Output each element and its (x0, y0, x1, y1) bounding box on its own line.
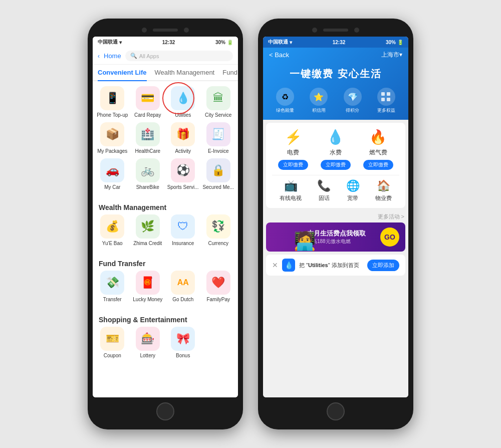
app-yue-bao[interactable]: 💰 Yu'E Bao (96, 214, 129, 247)
my-car-label: My Car (104, 184, 120, 190)
main-services-row: ⚡ 电费 立即缴费 💧 水费 立即缴费 🔥 燃气费 立即缴费 (272, 129, 399, 175)
app-currency[interactable]: 💱 Currency (202, 214, 235, 247)
secured-icon: 🔒 (206, 158, 230, 182)
promo-figure: 🧑‍💻 (294, 231, 316, 252)
app-activity[interactable]: 🎁 Activity (166, 122, 200, 154)
app-sharebike[interactable]: 🚲 ShareBike (131, 158, 165, 190)
time-left: 12:32 (162, 40, 175, 45)
home-button-left[interactable] (156, 402, 174, 420)
secondary-services-row: 📺 有线电视 📞 固话 🌐 宽带 🏠 物业费 (272, 175, 399, 202)
app-lucky-money[interactable]: 🧧 Lucky Money (131, 271, 165, 303)
wealth-grid: 💰 Yu'E Bao 🌿 Zhima Credit 🛡 Insurance 💱 … (96, 214, 235, 247)
app-lottery[interactable]: 🎰 Lottery (131, 327, 165, 359)
transfer-icon: 💸 (100, 271, 124, 295)
app-sports[interactable]: ⚽ Sports Servi... (166, 158, 200, 190)
app-my-packages[interactable]: 📦 My Packages (96, 122, 129, 154)
service-cable-tv[interactable]: 📺 有线电视 (280, 179, 302, 202)
camera-dot-r2 (354, 28, 359, 33)
app-transfer[interactable]: 💸 Transfer (96, 271, 129, 303)
property-fee-label: 物业费 (375, 194, 392, 202)
e-invoice-icon: 🧾 (206, 122, 230, 146)
gas-label: 燃气费 (369, 148, 387, 157)
battery-right: 30% (386, 40, 396, 45)
landline-label: 固话 (319, 194, 330, 202)
back-button[interactable]: < Back (269, 51, 289, 59)
sharebike-icon: 🚲 (136, 158, 160, 182)
status-bar-left: 中国联通 ▾ 12:32 30% 🔋 (93, 37, 238, 48)
card-repay-icon: 💳 (136, 86, 160, 110)
app-bonus[interactable]: 🎀 Bonus (166, 327, 200, 359)
broadband-icon: 🌐 (346, 179, 360, 192)
activity-icon: 🎁 (171, 122, 195, 146)
app-e-invoice[interactable]: 🧾 E-Invoice (202, 122, 235, 154)
more-activities-link[interactable]: 更多活动 > (263, 211, 408, 222)
utilities-icon: 💧 (171, 86, 195, 110)
cable-tv-icon: 📺 (284, 179, 298, 192)
service-landline[interactable]: 📞 固话 (317, 179, 331, 202)
app-zhima[interactable]: 🌿 Zhima Credit (131, 214, 165, 247)
tab-convenient-life[interactable]: Convenient Life (98, 65, 147, 81)
gas-pay-btn[interactable]: 立即缴费 (363, 160, 393, 170)
service-gas[interactable]: 🔥 燃气费 立即缴费 (363, 129, 393, 170)
app-go-dutch[interactable]: AA Go Dutch (166, 271, 200, 303)
search-box[interactable]: 🔍 All Apps (125, 51, 233, 61)
tab-fund[interactable]: Fund (222, 65, 237, 80)
app-secured[interactable]: 🔒 Secured Me... (202, 158, 235, 190)
transfer-label: Transfer (103, 297, 122, 303)
bonus-label: Bonus (176, 353, 190, 359)
insurance-icon: 🛡 (171, 214, 195, 239)
app-utilities[interactable]: 💧 Utilities (166, 86, 200, 118)
landline-icon: 📞 (317, 179, 331, 192)
add-close-btn[interactable]: ✕ (272, 261, 278, 269)
quick-green-energy[interactable]: ♻ 绿色能量 (276, 88, 294, 114)
app-healthcare[interactable]: 🏥 HealthCare (131, 122, 165, 154)
add-home-btn[interactable]: 立即添加 (367, 260, 399, 271)
left-screen: 中国联通 ▾ 12:32 30% 🔋 ‹ Home 🔍 All Apps Con… (93, 37, 238, 397)
app-phone-topup[interactable]: 📱 Phone Top-up (96, 86, 129, 118)
sharebike-label: ShareBike (136, 184, 159, 190)
service-water[interactable]: 💧 水费 立即缴费 (321, 129, 351, 170)
app-coupon[interactable]: 🎫 Coupon (96, 327, 129, 359)
home-link[interactable]: Home (104, 52, 121, 60)
camera-dot-r1 (312, 28, 317, 33)
app-my-car[interactable]: 🚗 My Car (96, 158, 129, 190)
app-card-repay[interactable]: 💳 Card Repay (131, 86, 165, 118)
left-phone-top (93, 28, 238, 33)
app-city-service[interactable]: 🏛 City Service (202, 86, 235, 118)
quick-credit[interactable]: ⭐ 积信用 (310, 88, 328, 114)
promo-banner[interactable]: 🧑‍💻 本月生活费点我领取 最高188元缴水电燃 GO (266, 222, 405, 252)
home-button-right[interactable] (327, 402, 345, 420)
go-dutch-label: Go Dutch (172, 297, 193, 303)
water-icon: 💧 (327, 129, 344, 145)
phone-topup-label: Phone Top-up (97, 112, 128, 118)
speaker-r (323, 29, 348, 32)
quick-more-benefits[interactable]: 更多权益 (377, 88, 395, 114)
service-electricity[interactable]: ⚡ 电费 立即缴费 (278, 129, 308, 170)
right-phone-bottom (263, 402, 408, 420)
tab-wealth-management[interactable]: Wealth Management (155, 65, 215, 80)
speaker (153, 29, 178, 32)
quick-points[interactable]: 💎 得积分 (344, 88, 362, 114)
app-familypay[interactable]: ❤️ FamilyPay (202, 271, 235, 303)
e-invoice-label: E-Invoice (208, 148, 229, 154)
insurance-label: Insurance (172, 241, 194, 247)
city-service-icon: 🏛 (206, 86, 230, 110)
add-app-icon: 💧 (282, 259, 295, 272)
electricity-pay-btn[interactable]: 立即缴费 (278, 160, 308, 170)
service-property-fee[interactable]: 🏠 物业费 (375, 179, 392, 202)
points-icon: 💎 (344, 88, 362, 106)
app-insurance[interactable]: 🛡 Insurance (166, 214, 200, 247)
left-phone: 中国联通 ▾ 12:32 30% 🔋 ‹ Home 🔍 All Apps Con… (88, 19, 243, 429)
promo-go-btn[interactable]: GO (380, 228, 399, 247)
back-chevron-left: ‹ (98, 53, 100, 60)
water-pay-btn[interactable]: 立即缴费 (321, 160, 351, 170)
zhima-label: Zhima Credit (133, 241, 162, 247)
card-repay-label: Card Repay (134, 112, 161, 118)
service-broadband[interactable]: 🌐 宽带 (346, 179, 360, 202)
city-selector[interactable]: 上海市▾ (381, 51, 402, 59)
coupon-label: Coupon (104, 353, 121, 359)
shopping-grid: 🎫 Coupon 🎰 Lottery 🎀 Bonus (96, 327, 235, 359)
lucky-money-label: Lucky Money (133, 297, 162, 303)
search-placeholder: All Apps (139, 53, 159, 59)
nav-bar-left: ‹ Home 🔍 All Apps (93, 48, 238, 65)
